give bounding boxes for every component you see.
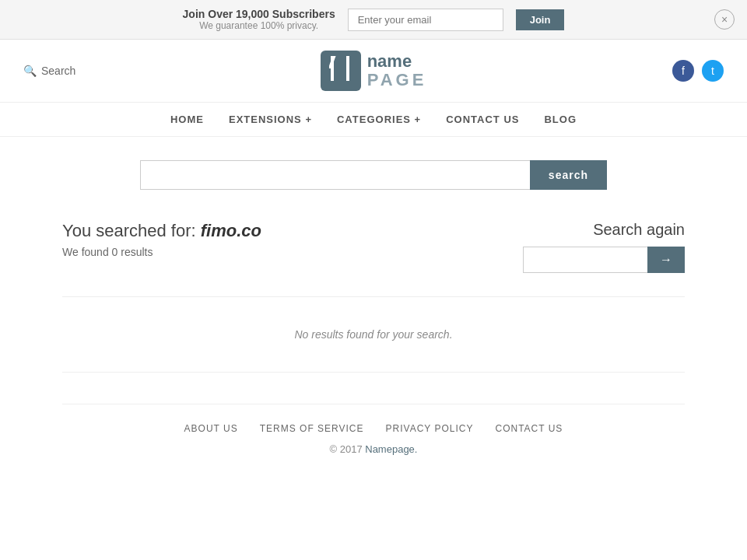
logo-text: name PAGE <box>367 52 427 89</box>
results-section: You searched for: fimo.co We found 0 res… <box>62 221 685 273</box>
twitter-link[interactable]: t <box>702 60 724 82</box>
main-nav: HOME EXTENSIONS + CATEGORIES + CONTACT U… <box>0 103 747 137</box>
logo-name: name <box>367 52 427 71</box>
results-left: You searched for: fimo.co We found 0 res… <box>62 221 261 258</box>
banner-text: Join Over 19,000 Subscribers We guarante… <box>183 8 335 31</box>
logo[interactable]: name PAGE <box>321 51 427 91</box>
footer-link-about[interactable]: ABOUT US <box>184 423 238 434</box>
search-again-row: → <box>523 247 685 273</box>
search-again-box: Search again → <box>523 221 685 273</box>
search-icon: 🔍 <box>23 65 37 77</box>
search-again-button[interactable]: → <box>647 247 685 273</box>
main-search-button[interactable]: search <box>530 160 607 190</box>
nav-item-contact[interactable]: CONTACT US <box>446 114 519 125</box>
search-again-title: Search again <box>523 221 685 239</box>
results-title: You searched for: fimo.co <box>62 221 261 241</box>
search-bar-container: search <box>62 160 685 190</box>
nav-item-blog[interactable]: BLOG <box>544 114 577 125</box>
svg-rect-2 <box>346 56 349 81</box>
banner-email-input[interactable] <box>348 9 503 31</box>
copyright-prefix: © 2017 <box>330 443 366 455</box>
header: 🔍 Search name PAGE f t <box>0 40 747 103</box>
footer-link-privacy[interactable]: PRIVACY POLICY <box>386 423 474 434</box>
logo-box <box>321 51 361 91</box>
footer-link-contact[interactable]: CONTACT US <box>495 423 563 434</box>
banner-subtitle: We guarantee 100% privacy. <box>183 20 335 31</box>
no-results-message: No results found for your search. <box>62 296 685 373</box>
results-query: fimo.co <box>201 221 261 240</box>
header-social: f t <box>672 60 724 82</box>
banner-join-button[interactable]: Join <box>516 9 565 30</box>
footer-links: ABOUT US TERMS OF SERVICE PRIVACY POLICY… <box>62 404 685 443</box>
logo-page: PAGE <box>367 71 427 89</box>
main-search-input[interactable] <box>140 160 530 190</box>
logo-initial <box>329 53 352 89</box>
banner-close-button[interactable]: × <box>714 9 735 30</box>
banner-title: Join Over 19,000 Subscribers <box>183 8 335 20</box>
nav-item-extensions[interactable]: EXTENSIONS + <box>229 114 312 125</box>
header-search[interactable]: 🔍 Search <box>23 65 75 77</box>
search-again-input[interactable] <box>523 247 647 273</box>
main-content: search You searched for: fimo.co We foun… <box>0 137 747 517</box>
search-bar: search <box>140 160 607 190</box>
results-prefix: You searched for: <box>62 221 196 240</box>
search-label: Search <box>41 65 75 77</box>
nav-item-home[interactable]: HOME <box>170 114 204 125</box>
results-count: We found 0 results <box>62 246 261 258</box>
nav-item-categories[interactable]: CATEGORIES + <box>337 114 421 125</box>
copyright-brand[interactable]: Namepage. <box>365 443 417 455</box>
footer-copyright: © 2017 Namepage. <box>62 443 685 471</box>
top-banner: Join Over 19,000 Subscribers We guarante… <box>0 0 747 40</box>
facebook-link[interactable]: f <box>672 60 694 82</box>
footer-link-terms[interactable]: TERMS OF SERVICE <box>260 423 364 434</box>
